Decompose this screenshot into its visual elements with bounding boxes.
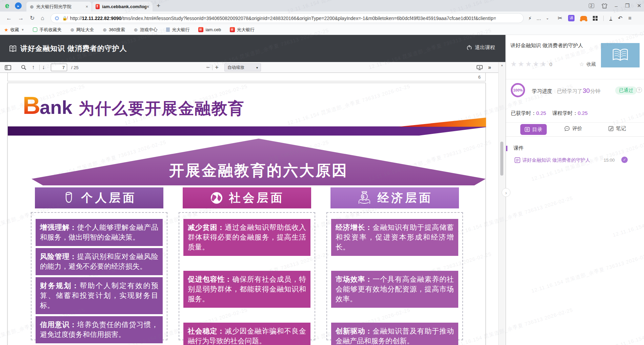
slide-item: 减少贫困：通过金融知识帮助低收入群体获得必要的金融服务，提高生活质量。 bbox=[183, 219, 310, 256]
panel-collapse-button[interactable]: › bbox=[502, 188, 510, 197]
slide-banner-triangle: 开展金融教育的六大原因 bbox=[32, 139, 486, 185]
document-icon bbox=[515, 157, 520, 163]
pdf-viewer: 6 Bank 为什么要开展金融教育 开展金融教育的六大原因 个人层面 社会层面 bbox=[0, 73, 498, 345]
progress-ring: 100% bbox=[511, 83, 525, 97]
open-book-icon bbox=[611, 48, 629, 62]
power-icon bbox=[466, 45, 472, 50]
tab-cebbank-login[interactable]: iam.cebbank.com/login.ht × bbox=[92, 2, 153, 12]
more-icon[interactable]: … bbox=[536, 16, 541, 21]
column-header-economic: $ 经济层面 bbox=[330, 187, 459, 208]
bookmark-iam-ceb[interactable]: iam.ceb bbox=[198, 27, 221, 32]
slide-banner-text: 开展金融教育的六大原因 bbox=[169, 161, 348, 185]
more-tools-icon[interactable]: » bbox=[488, 62, 490, 73]
panel-course-title: 讲好金融知识 做消费者的守护人 bbox=[510, 42, 583, 49]
close-button[interactable]: ✕ bbox=[637, 3, 641, 9]
history-restore-icon[interactable]: ↶ bbox=[618, 15, 622, 21]
skin-icon[interactable] bbox=[602, 3, 607, 8]
ceb-bank-logo: B bbox=[23, 93, 40, 118]
course-thumbnail bbox=[601, 43, 640, 67]
zoom-mode-select[interactable]: 自动缩放▾ bbox=[224, 63, 261, 72]
bookmark-360-search[interactable]: ⊕360搜索 bbox=[103, 27, 125, 33]
tab-close-icon[interactable]: × bbox=[146, 4, 149, 9]
dropdown-chevron-icon[interactable]: ⌄ bbox=[546, 16, 549, 20]
progress-text: 学习进度 已经学习了30分钟 bbox=[532, 87, 600, 95]
bookmark-ceb-bank[interactable]: 光大银行 bbox=[166, 27, 189, 33]
economic-items-box: 经济增长：金融知识有助于提高储蓄和投资率，促进资本形成和经济增长。 市场效率：一… bbox=[326, 212, 463, 340]
slide-title: 为什么要开展金融教育 bbox=[79, 98, 245, 119]
previous-page-icon[interactable]: ↑ bbox=[32, 62, 35, 73]
tab-label: 光大银行阳光学院 bbox=[36, 4, 72, 10]
presentation-mode-icon[interactable] bbox=[477, 62, 483, 73]
bookmark-favorites[interactable]: ★收藏▼ bbox=[4, 27, 24, 33]
download-icon[interactable]: ↓ bbox=[609, 16, 612, 21]
tab-count-badge[interactable]: 2 bbox=[589, 3, 594, 8]
zoom-in-icon[interactable]: + bbox=[215, 62, 219, 73]
tab-label: iam.cebbank.com/login.ht bbox=[102, 4, 146, 9]
tab-notes[interactable]: 笔记 bbox=[608, 125, 626, 132]
bookmark-game-center[interactable]: ⊕游戏中心 bbox=[134, 27, 158, 33]
course-header: 讲好金融知识 做消费者的守护人 退出课程 bbox=[0, 35, 506, 62]
courseware-item[interactable]: 讲好金融知识 做消费者的守护人 15:00 ✓ bbox=[506, 156, 644, 165]
game-center-icon[interactable] bbox=[580, 16, 587, 20]
flash-icon[interactable]: ⚡ bbox=[528, 16, 532, 21]
search-icon[interactable] bbox=[21, 62, 26, 73]
favorite-button[interactable]: ☆收藏 bbox=[579, 61, 596, 67]
url-text[interactable]: http://12.11.222.82:9090/tms/index.html#… bbox=[70, 16, 496, 21]
pdf-page-6-bottom: 6 bbox=[7, 73, 486, 81]
slide-item: 社会稳定：减少因金融诈骗和不良金融行为导致的社会问题。 bbox=[183, 323, 310, 345]
note-edit-icon bbox=[608, 126, 613, 131]
globe-icon: ⊕ bbox=[30, 4, 34, 9]
screen: e ▸ ⊕ 光大银行阳光学院 × iam.cebbank.com/login.h… bbox=[0, 0, 644, 345]
forward-button[interactable]: → bbox=[18, 15, 24, 22]
reload-button[interactable]: ↻ bbox=[30, 15, 35, 22]
courseware-item-title[interactable]: 讲好金融知识 做消费者的守护人 bbox=[522, 157, 590, 163]
divider bbox=[506, 122, 644, 123]
site-info-icon[interactable] bbox=[55, 16, 59, 20]
exit-course-button[interactable]: 退出课程 bbox=[466, 44, 495, 51]
zoom-out-icon[interactable]: − bbox=[206, 62, 210, 73]
new-tab-button[interactable]: + bbox=[157, 2, 160, 9]
screenshot-scissors-icon[interactable]: ✂ bbox=[558, 15, 562, 21]
browser-account-icon[interactable]: ▸ bbox=[15, 2, 22, 9]
back-button[interactable]: ← bbox=[6, 15, 12, 22]
star-icon: ★ bbox=[4, 27, 8, 33]
section-title: 课件 bbox=[514, 145, 524, 151]
scroll-up-icon[interactable]: ▲ bbox=[501, 64, 503, 67]
page-total-label: / 25 bbox=[71, 62, 79, 73]
scrollbar-thumb[interactable] bbox=[500, 142, 503, 176]
address-bar[interactable]: 🔒̸ http://12.11.222.82:9090/tms/index.ht… bbox=[51, 13, 524, 23]
book-icon bbox=[9, 45, 17, 52]
browser-360-logo-icon[interactable]: e bbox=[3, 2, 11, 9]
translate-icon[interactable]: 译 bbox=[568, 15, 575, 21]
tab-close-icon[interactable]: × bbox=[85, 4, 88, 9]
list-icon bbox=[525, 127, 530, 132]
column-header-social: 社会层面 bbox=[183, 187, 311, 208]
bookmark-mobile-folder[interactable]: 手机收藏夹 bbox=[33, 27, 61, 33]
sidebar-toggle-icon[interactable] bbox=[5, 62, 11, 73]
apps-grid-icon[interactable] bbox=[593, 16, 598, 21]
rating-stars[interactable]: ★★★★★ bbox=[510, 60, 547, 68]
bookmark-ceb-bank-2[interactable]: 光大银行 bbox=[230, 27, 255, 33]
home-button[interactable]: ⌂ bbox=[41, 15, 44, 22]
tab-review[interactable]: 评价 bbox=[564, 125, 582, 132]
insecure-lock-icon: 🔒̸ bbox=[62, 16, 67, 21]
bookmark-site-directory[interactable]: ⊕网址大全 bbox=[70, 27, 94, 33]
pdf-toolbar: ↑ ↓ / 25 − + 自动缩放▾ » bbox=[0, 62, 498, 73]
menu-icon[interactable]: ≡ bbox=[628, 15, 631, 21]
next-page-icon[interactable]: ↓ bbox=[42, 62, 45, 73]
slide-title-row: Bank 为什么要开展金融教育 bbox=[23, 93, 245, 119]
toolbar-divider bbox=[212, 62, 213, 73]
pdf-scrollbar[interactable]: ▲ bbox=[498, 62, 505, 345]
minimize-button[interactable]: – bbox=[615, 3, 618, 9]
tab-sunshine-academy[interactable]: ⊕ 光大银行阳光学院 × bbox=[26, 2, 92, 12]
help-icon[interactable]: ? bbox=[636, 87, 642, 93]
credit-hours: 已获学时：0.25 课程学时：0.25 bbox=[511, 110, 588, 117]
ceb-logo-icon bbox=[230, 27, 235, 32]
tab-catalog[interactable]: 目录 bbox=[520, 124, 547, 135]
courseware-item-duration: 15:00 bbox=[604, 158, 615, 163]
slide-item: 风险管理：提高识别和应对金融风险的能力，避免不必要的经济损失。 bbox=[36, 248, 163, 275]
slide-item: 增强理解：使个人能够理解金融产品和服务，做出明智的金融决策。 bbox=[36, 219, 163, 246]
ceb-logo-icon bbox=[96, 4, 100, 9]
page-number-input[interactable] bbox=[51, 64, 67, 71]
restore-button[interactable]: ❐ bbox=[625, 3, 629, 9]
